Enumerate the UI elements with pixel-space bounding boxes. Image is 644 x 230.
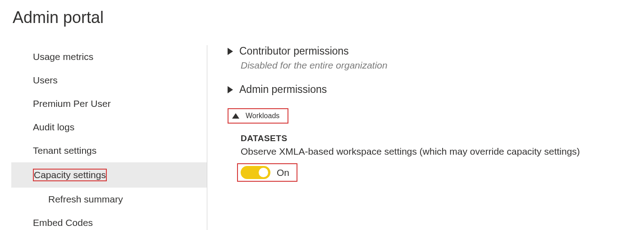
- page-title: Admin portal: [0, 0, 644, 27]
- collapsed-icon: [228, 48, 233, 55]
- section-subtitle-contributor: Disabled for the entire organization: [241, 60, 644, 71]
- section-admin-permissions: Admin permissions: [228, 83, 644, 96]
- section-header-contributor[interactable]: Contributor permissions: [228, 45, 644, 57]
- section-workloads: Workloads DATASETS Observe XMLA-based wo…: [228, 108, 644, 182]
- collapsed-icon: [228, 86, 233, 93]
- sidebar-item-embed-codes[interactable]: Embed Codes: [11, 211, 207, 230]
- sidebar: Usage metrics Users Premium Per User Aud…: [0, 45, 207, 230]
- section-title: Contributor permissions: [239, 45, 349, 57]
- sidebar-item-users[interactable]: Users: [11, 69, 207, 92]
- sidebar-item-refresh-summary[interactable]: Refresh summary: [11, 188, 207, 211]
- section-title: Workloads: [246, 112, 279, 120]
- datasets-heading: DATASETS: [241, 133, 644, 143]
- sidebar-item-premium-per-user[interactable]: Premium Per User: [11, 92, 207, 115]
- sidebar-item-usage-metrics[interactable]: Usage metrics: [11, 45, 207, 69]
- toggle-knob: [259, 168, 268, 177]
- section-title: Admin permissions: [239, 83, 327, 96]
- highlight-capacity-settings: Capacity settings: [33, 169, 107, 181]
- main-panel: Contributor permissions Disabled for the…: [207, 45, 644, 230]
- toggle-state-label: On: [277, 167, 289, 178]
- content-wrapper: Usage metrics Users Premium Per User Aud…: [0, 45, 644, 230]
- toggle-row-xmla: On: [237, 163, 297, 182]
- sidebar-item-capacity-settings[interactable]: Capacity settings: [11, 162, 207, 188]
- sidebar-item-label: Capacity settings: [34, 170, 106, 180]
- datasets-block: DATASETS Observe XMLA-based workspace se…: [241, 133, 644, 182]
- expanded-icon: [232, 113, 239, 119]
- section-header-workloads[interactable]: Workloads: [228, 108, 288, 124]
- sidebar-item-tenant-settings[interactable]: Tenant settings: [11, 139, 207, 162]
- section-header-admin[interactable]: Admin permissions: [228, 83, 644, 96]
- toggle-switch[interactable]: [241, 166, 270, 179]
- sidebar-item-audit-logs[interactable]: Audit logs: [11, 115, 207, 139]
- datasets-description: Observe XMLA-based workspace settings (w…: [241, 146, 644, 157]
- section-contributor-permissions: Contributor permissions Disabled for the…: [228, 45, 644, 71]
